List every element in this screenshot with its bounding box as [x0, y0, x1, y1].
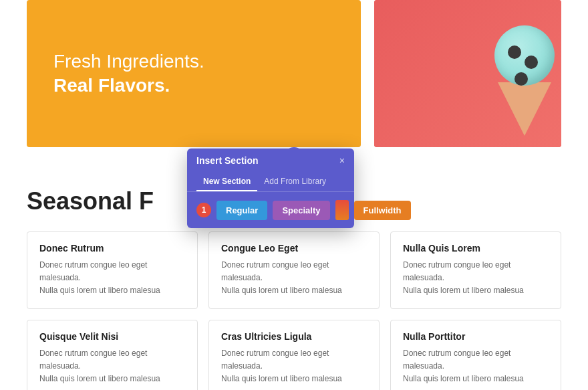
- hero-section: Fresh Ingredients. Real Flavors.: [0, 0, 588, 147]
- card-text: Donec rutrum congue leo eget malesuada.N…: [39, 347, 185, 386]
- hero-left-panel: Fresh Ingredients. Real Flavors.: [27, 0, 361, 147]
- card-item: Cras Ultricies Ligula Donec rutrum congu…: [208, 320, 380, 390]
- hero-tagline-line1: Fresh Ingredients.: [53, 51, 204, 72]
- card-text: Donec rutrum congue leo eget malesuada.N…: [403, 347, 549, 386]
- ice-cream-scoop: [494, 25, 555, 86]
- card-title: Nulla Porttitor: [403, 331, 549, 342]
- popup-body: 1 Regular Specialty Fullwidth: [187, 192, 354, 228]
- popup-title: Insert Section: [196, 155, 259, 166]
- card-item: Nulla Quis Lorem Donec rutrum congue leo…: [390, 231, 561, 309]
- card-text: Donec rutrum congue leo eget malesuada.N…: [221, 347, 367, 386]
- tab-add-from-library[interactable]: Add From Library: [257, 173, 333, 191]
- popup-header: Insert Section ×: [187, 149, 354, 173]
- card-text: Donec rutrum congue leo eget malesuada.N…: [221, 259, 367, 298]
- specialty-section-button[interactable]: Specialty: [273, 201, 329, 220]
- card-title: Cras Ultricies Ligula: [221, 331, 367, 342]
- hero-tagline-line2: Real Flavors.: [53, 74, 334, 98]
- card-text: Donec rutrum congue leo eget malesuada.N…: [39, 259, 185, 298]
- card-title: Donec Rutrum: [39, 243, 185, 254]
- regular-section-button[interactable]: Regular: [216, 201, 267, 220]
- card-title: Congue Leo Eget: [221, 243, 367, 254]
- step-badge: 1: [196, 203, 211, 217]
- popup-tabs: New Section Add From Library: [187, 173, 354, 192]
- cone-body: [498, 82, 551, 136]
- ice-cream-image: [374, 0, 561, 147]
- card-text: Donec rutrum congue leo eget malesuada.N…: [403, 259, 549, 298]
- card-title: Quisque Velit Nisi: [39, 331, 185, 342]
- fullwidth-section-button[interactable]: Fullwidth: [354, 201, 411, 220]
- hero-tagline: Fresh Ingredients. Real Flavors.: [53, 50, 334, 98]
- specialty-color-swatch: [335, 200, 349, 220]
- close-icon[interactable]: ×: [339, 155, 345, 166]
- ice-cream-cone: [494, 25, 555, 136]
- popup-container: Insert Section × New Section Add From Li…: [187, 149, 354, 228]
- hero-right-panel: [374, 0, 561, 147]
- card-item: Congue Leo Eget Donec rutrum congue leo …: [208, 231, 380, 309]
- tab-new-section[interactable]: New Section: [196, 173, 257, 191]
- cards-grid: Donec Rutrum Donec rutrum congue leo ege…: [27, 231, 561, 390]
- section-heading: Seasonal F: [27, 187, 214, 215]
- card-title: Nulla Quis Lorem: [403, 243, 549, 254]
- card-item: Nulla Porttitor Donec rutrum congue leo …: [390, 320, 561, 390]
- card-item: Donec Rutrum Donec rutrum congue leo ege…: [27, 231, 198, 309]
- card-item: Quisque Velit Nisi Donec rutrum congue l…: [27, 320, 198, 390]
- insert-section-popup: Insert Section × New Section Add From Li…: [187, 149, 354, 228]
